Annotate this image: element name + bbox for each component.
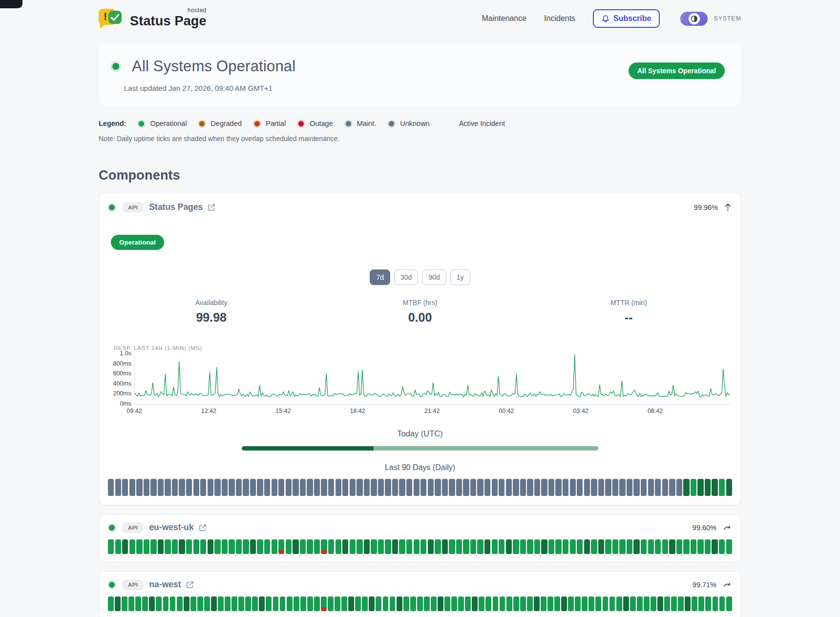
uptime-day-tick[interactable] [513, 596, 519, 611]
uptime-day-tick[interactable] [417, 596, 423, 611]
uptime-day-tick[interactable] [369, 596, 375, 611]
external-link-icon[interactable] [208, 204, 215, 211]
uptime-day-tick[interactable] [128, 596, 134, 611]
collapse-icon[interactable] [725, 203, 731, 211]
uptime-day-tick[interactable] [278, 539, 284, 554]
uptime-day-tick[interactable] [657, 596, 663, 611]
uptime-day-tick[interactable] [627, 539, 632, 554]
nav-maintenance[interactable]: Maintenance [482, 14, 526, 23]
uptime-day-tick[interactable] [655, 479, 661, 496]
uptime-day-tick[interactable] [250, 479, 256, 496]
uptime-day-tick[interactable] [479, 596, 484, 611]
uptime-day-tick[interactable] [713, 596, 718, 611]
uptime-day-tick[interactable] [563, 539, 568, 554]
uptime-day-tick[interactable] [179, 479, 185, 496]
uptime-day-tick[interactable] [231, 596, 237, 611]
uptime-day-tick[interactable] [286, 479, 292, 496]
uptime-day-tick[interactable] [554, 596, 560, 611]
uptime-day-tick[interactable] [287, 596, 293, 611]
uptime-day-tick[interactable] [172, 539, 178, 554]
uptime-day-tick[interactable] [142, 596, 148, 611]
uptime-day-tick[interactable] [591, 539, 597, 554]
uptime-day-tick[interactable] [633, 479, 639, 496]
uptime-day-tick[interactable] [383, 596, 389, 611]
uptime-day-tick[interactable] [719, 596, 725, 611]
uptime-day-tick[interactable] [115, 539, 121, 554]
uptime-day-tick[interactable] [513, 479, 519, 496]
uptime-day-tick[interactable] [342, 539, 348, 554]
uptime-day-tick[interactable] [376, 596, 381, 611]
uptime-day-tick[interactable] [170, 596, 176, 611]
uptime-day-tick[interactable] [685, 596, 691, 611]
uptime-day-tick[interactable] [458, 596, 464, 611]
uptime-day-tick[interactable] [470, 539, 476, 554]
uptime-day-tick[interactable] [149, 596, 155, 611]
uptime-day-tick[interactable] [211, 596, 217, 611]
uptime-day-tick[interactable] [584, 479, 590, 496]
uptime-day-tick[interactable] [435, 539, 441, 554]
uptime-day-tick[interactable] [438, 596, 443, 611]
uptime-day-tick[interactable] [179, 539, 185, 554]
uptime-day-tick[interactable] [428, 479, 434, 496]
range-button-1y[interactable]: 1y [450, 269, 470, 285]
uptime-day-tick[interactable] [278, 479, 284, 496]
uptime-day-tick[interactable] [676, 479, 682, 496]
uptime-day-tick[interactable] [637, 596, 643, 611]
nav-incidents[interactable]: Incidents [544, 14, 575, 23]
uptime-day-tick[interactable] [280, 596, 286, 611]
uptime-day-tick[interactable] [286, 539, 292, 554]
uptime-day-tick[interactable] [520, 539, 526, 554]
uptime-day-tick[interactable] [392, 539, 398, 554]
uptime-day-tick[interactable] [186, 479, 192, 496]
uptime-day-tick[interactable] [115, 596, 121, 611]
uptime-day-tick[interactable] [691, 539, 696, 554]
uptime-day-tick[interactable] [177, 596, 183, 611]
uptime-day-tick[interactable] [321, 539, 327, 554]
uptime-day-tick[interactable] [294, 596, 299, 611]
uptime-day-tick[interactable] [342, 479, 348, 496]
uptime-day-tick[interactable] [641, 539, 647, 554]
uptime-day-tick[interactable] [534, 479, 540, 496]
uptime-day-tick[interactable] [678, 596, 684, 611]
uptime-day-tick[interactable] [527, 479, 533, 496]
uptime-day-tick[interactable] [435, 479, 441, 496]
uptime-day-tick[interactable] [644, 596, 650, 611]
uptime-day-tick[interactable] [222, 479, 228, 496]
uptime-day-tick[interactable] [655, 539, 661, 554]
uptime-day-tick[interactable] [577, 479, 583, 496]
uptime-day-tick[interactable] [204, 596, 210, 611]
uptime-day-tick[interactable] [705, 596, 711, 611]
uptime-day-tick[interactable] [534, 596, 540, 611]
uptime-day-tick[interactable] [623, 596, 629, 611]
uptime-day-tick[interactable] [726, 479, 732, 496]
uptime-day-tick[interactable] [520, 596, 526, 611]
uptime-day-tick[interactable] [664, 596, 670, 611]
uptime-day-tick[interactable] [362, 596, 368, 611]
uptime-day-tick[interactable] [243, 539, 249, 554]
uptime-day-tick[interactable] [561, 596, 567, 611]
uptime-day-tick[interactable] [548, 539, 554, 554]
uptime-day-tick[interactable] [619, 479, 625, 496]
uptime-day-tick[interactable] [442, 539, 448, 554]
uptime-day-tick[interactable] [651, 596, 656, 611]
uptime-day-tick[interactable] [484, 479, 490, 496]
uptime-day-tick[interactable] [397, 596, 402, 611]
uptime-day-tick[interactable] [264, 479, 270, 496]
uptime-day-tick[interactable] [605, 479, 611, 496]
uptime-day-tick[interactable] [463, 479, 469, 496]
uptime-day-tick[interactable] [712, 539, 717, 554]
uptime-day-tick[interactable] [541, 539, 547, 554]
uptime-day-tick[interactable] [129, 479, 135, 496]
uptime-day-tick[interactable] [463, 539, 469, 554]
uptime-day-tick[interactable] [527, 539, 533, 554]
uptime-day-tick[interactable] [451, 596, 457, 611]
uptime-day-tick[interactable] [671, 596, 677, 611]
uptime-day-tick[interactable] [371, 479, 377, 496]
uptime-day-tick[interactable] [548, 479, 554, 496]
uptime-day-tick[interactable] [158, 539, 164, 554]
uptime-day-tick[interactable] [424, 596, 430, 611]
uptime-day-tick[interactable] [144, 539, 149, 554]
uptime-day-tick[interactable] [691, 479, 696, 496]
uptime-day-tick[interactable] [719, 479, 725, 496]
uptime-day-tick[interactable] [348, 596, 354, 611]
